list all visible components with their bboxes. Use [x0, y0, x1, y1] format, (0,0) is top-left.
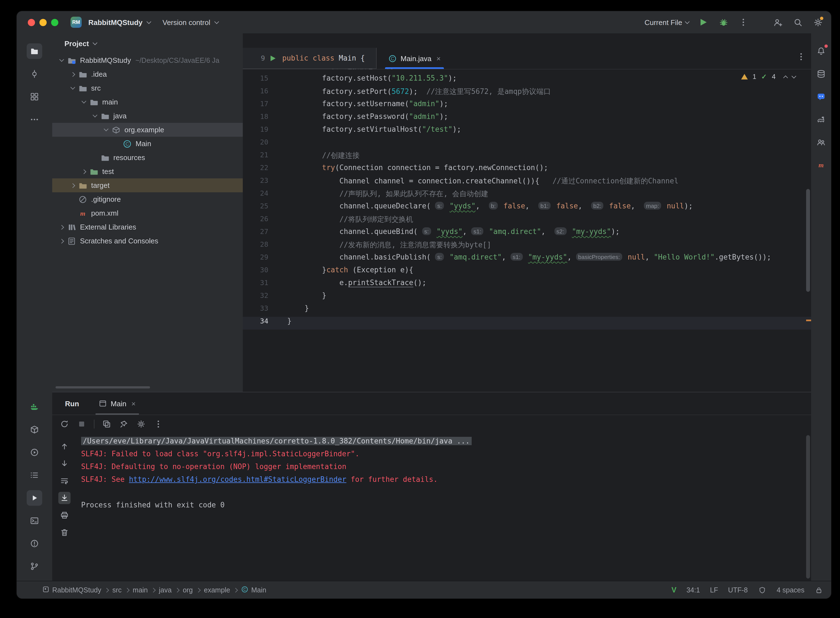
- code-line-22[interactable]: 22 try(Connection connection = factory.n…: [243, 163, 811, 176]
- breadcrumb-item-src[interactable]: src: [112, 586, 122, 594]
- todo-icon[interactable]: [27, 467, 42, 483]
- breadcrumb-item-main[interactable]: CMain: [241, 585, 266, 594]
- code-line-20[interactable]: 20: [243, 138, 811, 151]
- ai-assistant-icon[interactable]: [813, 89, 829, 104]
- tree-item-main[interactable]: main: [52, 95, 243, 109]
- project-folder-icon[interactable]: [27, 43, 42, 59]
- console-line[interactable]: SLF4J: Defaulting to no-operation (NOP) …: [81, 462, 811, 475]
- console-line[interactable]: [81, 488, 811, 501]
- inspections-widget[interactable]: 1 ✓ 4: [741, 73, 795, 80]
- console-scrollbar[interactable]: [806, 435, 810, 579]
- tree-item-scratches-and-consoles[interactable]: Scratches and Consoles: [52, 234, 243, 248]
- version-control-icon[interactable]: [27, 559, 42, 574]
- tree-item-src[interactable]: src: [52, 81, 243, 95]
- sticky-line[interactable]: 9 public class Main {: [243, 48, 377, 69]
- code-line-33[interactable]: 33 }: [243, 304, 811, 317]
- gradle-icon[interactable]: [813, 112, 829, 127]
- console-line[interactable]: SLF4J: Failed to load class "org.slf4j.i…: [81, 450, 811, 462]
- rerun-icon[interactable]: [59, 419, 70, 429]
- clear-icon[interactable]: [58, 526, 71, 539]
- close-tab-icon[interactable]: ×: [131, 399, 135, 408]
- dependencies-icon[interactable]: [27, 422, 42, 437]
- soft-wrap-icon[interactable]: [58, 475, 71, 487]
- tab-main-java[interactable]: C Main.java ×: [382, 48, 447, 69]
- collaboration-icon[interactable]: [813, 135, 829, 150]
- breadcrumb-item-org[interactable]: org: [183, 586, 193, 594]
- code-line-23[interactable]: 23 Channel channel = connection.createCh…: [243, 176, 811, 189]
- tree-item--idea[interactable]: .idea: [52, 67, 243, 81]
- close-window-button[interactable]: [28, 19, 35, 26]
- console-line[interactable]: /Users/eve/Library/Java/JavaVirtualMachi…: [81, 437, 811, 450]
- editor-scrollbar[interactable]: [806, 189, 810, 292]
- run-class-gutter-icon[interactable]: [270, 55, 276, 61]
- settings-icon[interactable]: [136, 419, 146, 429]
- minimize-window-button[interactable]: [39, 19, 47, 26]
- next-problem-icon[interactable]: [792, 74, 796, 78]
- line-separator[interactable]: LF: [710, 586, 718, 594]
- code-line-31[interactable]: 31 e.printStackTrace();: [243, 278, 811, 291]
- tree-item-main[interactable]: C Main: [52, 137, 243, 151]
- tree-item-pom-xml[interactable]: m pom.xml: [52, 206, 243, 220]
- terminal-icon[interactable]: [27, 513, 42, 529]
- code-line-14[interactable]: 14 //设置连接信息 主机: [243, 69, 811, 74]
- code-line-32[interactable]: 32 }: [243, 291, 811, 304]
- code-line-29[interactable]: 29 channel.basicPublish( s: "amq.direct"…: [243, 253, 811, 266]
- breadcrumb-item-java[interactable]: java: [159, 586, 172, 594]
- scroll-up-icon[interactable]: [58, 440, 71, 452]
- structure-icon[interactable]: [27, 89, 42, 104]
- code-line-34[interactable]: 34 }: [243, 317, 811, 330]
- console-link[interactable]: http://www.slf4j.org/codes.html#StaticLo…: [129, 475, 346, 483]
- console-line[interactable]: Process finished with exit code 0: [81, 501, 811, 514]
- print-icon[interactable]: [58, 509, 71, 521]
- code-line-28[interactable]: 28 //发布新的消息, 注意消息需要转换为byte[]: [243, 240, 811, 253]
- file-encoding[interactable]: UTF-8: [728, 586, 748, 594]
- tree-item-resources[interactable]: resources: [52, 151, 243, 165]
- settings-gear-button[interactable]: [812, 17, 823, 28]
- more-actions-button[interactable]: [738, 17, 749, 28]
- services-icon[interactable]: [27, 399, 42, 414]
- code-with-me-button[interactable]: [772, 17, 783, 28]
- breadcrumb-item-main[interactable]: main: [133, 586, 148, 594]
- code-line-24[interactable]: 24 //声明队列, 如果此队列不存在, 会自动创建: [243, 189, 811, 202]
- project-panel-header[interactable]: Project: [52, 33, 243, 53]
- code-line-16[interactable]: 16 factory.setPort(5672); //注意这里写5672, 是…: [243, 87, 811, 100]
- scroll-down-icon[interactable]: [58, 458, 71, 469]
- tree-item-rabbitmqstudy[interactable]: RabbitMQStudy ~/Desktop/CS/JavaEE/6 Ja: [52, 53, 243, 67]
- tree-item-test[interactable]: test: [52, 165, 243, 178]
- more-v-icon[interactable]: [153, 419, 163, 429]
- prev-problem-icon[interactable]: [783, 75, 788, 80]
- run-tab-main[interactable]: Main ×: [96, 392, 139, 414]
- commit-icon[interactable]: [27, 66, 42, 82]
- debug-button[interactable]: [718, 17, 729, 28]
- code-line-18[interactable]: 18 factory.setPassword("admin");: [243, 112, 811, 125]
- scroll-to-end-icon[interactable]: [58, 492, 71, 504]
- tree-item-external-libraries[interactable]: External Libraries: [52, 220, 243, 234]
- code-line-15[interactable]: 15 factory.setHost("10.211.55.3");: [243, 74, 811, 87]
- maven-icon[interactable]: m: [813, 157, 829, 173]
- console-line[interactable]: SLF4J: See http://www.slf4j.org/codes.ht…: [81, 475, 811, 488]
- editor-options-icon[interactable]: [797, 52, 806, 63]
- code-line-19[interactable]: 19 factory.setVirtualHost("/test");: [243, 125, 811, 138]
- run-icon[interactable]: [27, 490, 42, 506]
- code-line-25[interactable]: 25 channel.queueDeclare( s: "yyds", b: f…: [243, 202, 811, 214]
- maximize-window-button[interactable]: [51, 19, 58, 26]
- code-line-21[interactable]: 21 //创建连接: [243, 151, 811, 163]
- indent-setting[interactable]: 4 spaces: [777, 586, 804, 594]
- project-menu[interactable]: RabbitMQStudy: [88, 18, 142, 27]
- close-tab-icon[interactable]: ×: [436, 54, 441, 62]
- caret-position[interactable]: 34:1: [686, 586, 700, 594]
- code-line-17[interactable]: 17 factory.setUsername("admin");: [243, 100, 811, 112]
- run-configuration-select[interactable]: Current File: [644, 18, 689, 27]
- notifications-bell-icon[interactable]: [813, 43, 829, 59]
- problems-icon[interactable]: [27, 536, 42, 551]
- code-line-30[interactable]: 30 }catch (Exception e){: [243, 266, 811, 278]
- horizontal-scrollbar[interactable]: [56, 386, 150, 388]
- tree-item-org-example[interactable]: org.example: [52, 123, 243, 137]
- code-line-27[interactable]: 27 channel.queueBind( s: "yyds", s1: "am…: [243, 227, 811, 240]
- breadcrumb-item-example[interactable]: example: [204, 586, 230, 594]
- search-everywhere-button[interactable]: [792, 17, 803, 28]
- more-h-icon[interactable]: [27, 112, 42, 127]
- restore-layout-icon[interactable]: [102, 419, 112, 429]
- console-output[interactable]: /Users/eve/Library/Java/JavaVirtualMachi…: [77, 432, 811, 582]
- stop-icon[interactable]: [77, 419, 87, 429]
